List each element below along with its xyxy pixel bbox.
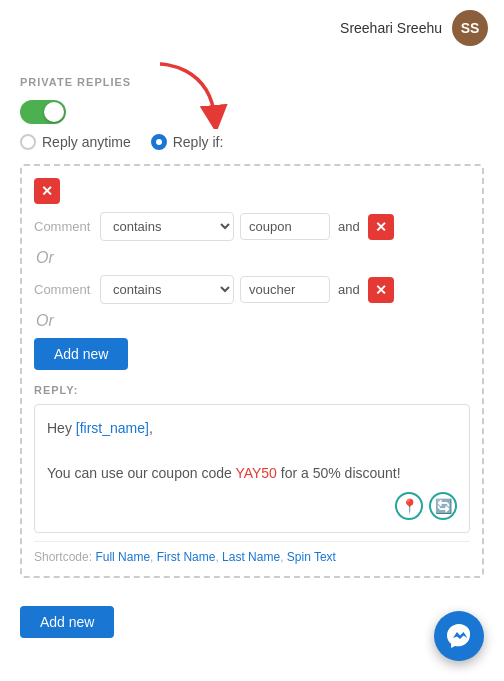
reply-text: Hey [first_name], You can use our coupon…: [47, 417, 457, 484]
reply-section-label: REPLY:: [34, 384, 470, 396]
reply-code: YAY50: [235, 465, 277, 481]
reply-box[interactable]: Hey [first_name], You can use our coupon…: [34, 404, 470, 533]
shortcode-bar: Shortcode: Full Name, First Name, Last N…: [34, 541, 470, 564]
reply-prefix: You can use our coupon code: [47, 465, 235, 481]
toggle-knob: [44, 102, 64, 122]
reply-firstname-tag: [first_name]: [76, 420, 149, 436]
condition-and-label-1: and: [338, 219, 360, 234]
reply-if-option[interactable]: Reply if:: [151, 134, 224, 150]
condition-value-input-1[interactable]: [240, 213, 330, 240]
condition-operator-select-2[interactable]: contains does not contain equals: [100, 275, 234, 304]
or-label-2: Or: [36, 312, 470, 330]
add-new-bottom-button[interactable]: Add new: [20, 606, 114, 638]
x-icon: ✕: [41, 183, 53, 199]
private-replies-toggle[interactable]: [20, 100, 66, 124]
condition-row-1: Comment contains does not contain equals…: [34, 212, 470, 241]
condition-field-label-2: Comment: [34, 282, 94, 297]
condition-operator-select-1[interactable]: contains does not contain equals: [100, 212, 234, 241]
header: Sreehari Sreehu SS: [0, 0, 504, 56]
shortcode-label: Shortcode:: [34, 550, 92, 564]
reply-mode-row: Reply anytime Reply if:: [20, 134, 484, 150]
or-label-1: Or: [36, 249, 470, 267]
shortcode-spin-text[interactable]: Spin Text: [287, 550, 336, 564]
avatar: SS: [452, 10, 488, 46]
shortcode-last-name[interactable]: Last Name: [222, 550, 280, 564]
toggle-row: [20, 100, 484, 124]
condition-and-label-2: and: [338, 282, 360, 297]
avatar-initials: SS: [461, 20, 480, 36]
messenger-icon: [445, 622, 473, 650]
refresh-icon-button[interactable]: 🔄: [429, 492, 457, 520]
condition-group-2: Comment contains does not contain equals…: [34, 275, 470, 304]
delete-icon-1: ✕: [375, 219, 387, 235]
location-icon-button[interactable]: 📍: [395, 492, 423, 520]
reply-anytime-option[interactable]: Reply anytime: [20, 134, 131, 150]
reply-anytime-label: Reply anytime: [42, 134, 131, 150]
refresh-icon: 🔄: [435, 498, 452, 514]
delete-condition-1-button[interactable]: ✕: [368, 214, 394, 240]
condition-value-input-2[interactable]: [240, 276, 330, 303]
conditions-box: ✕ Comment contains does not contain equa…: [20, 164, 484, 578]
shortcode-full-name[interactable]: Full Name: [95, 550, 150, 564]
remove-group-button[interactable]: ✕: [34, 178, 60, 204]
reply-line-2: You can use our coupon code YAY50 for a …: [47, 462, 457, 484]
reply-line-1: Hey [first_name],: [47, 417, 457, 439]
main-card: PRIVATE REPLIES Reply anytime Reply if:: [0, 56, 504, 681]
reply-mode-wrapper: Reply anytime Reply if:: [20, 134, 484, 150]
reply-suffix: for a 50% discount!: [277, 465, 401, 481]
condition-field-label-1: Comment: [34, 219, 94, 234]
username-label: Sreehari Sreehu: [340, 20, 442, 36]
delete-icon-2: ✕: [375, 282, 387, 298]
location-icon: 📍: [401, 498, 418, 514]
reply-anytime-radio[interactable]: [20, 134, 36, 150]
add-new-condition-button[interactable]: Add new: [34, 338, 128, 370]
messenger-fab-button[interactable]: [434, 611, 484, 661]
private-replies-label: PRIVATE REPLIES: [20, 76, 484, 88]
delete-condition-2-button[interactable]: ✕: [368, 277, 394, 303]
shortcode-first-name[interactable]: First Name: [157, 550, 216, 564]
reply-actions: 📍 🔄: [47, 492, 457, 520]
reply-if-radio[interactable]: [151, 134, 167, 150]
reply-comma: ,: [149, 420, 153, 436]
reply-greeting: Hey: [47, 420, 76, 436]
condition-row-2: Comment contains does not contain equals…: [34, 275, 470, 304]
reply-if-label: Reply if:: [173, 134, 224, 150]
condition-group-1: Comment contains does not contain equals…: [34, 212, 470, 241]
